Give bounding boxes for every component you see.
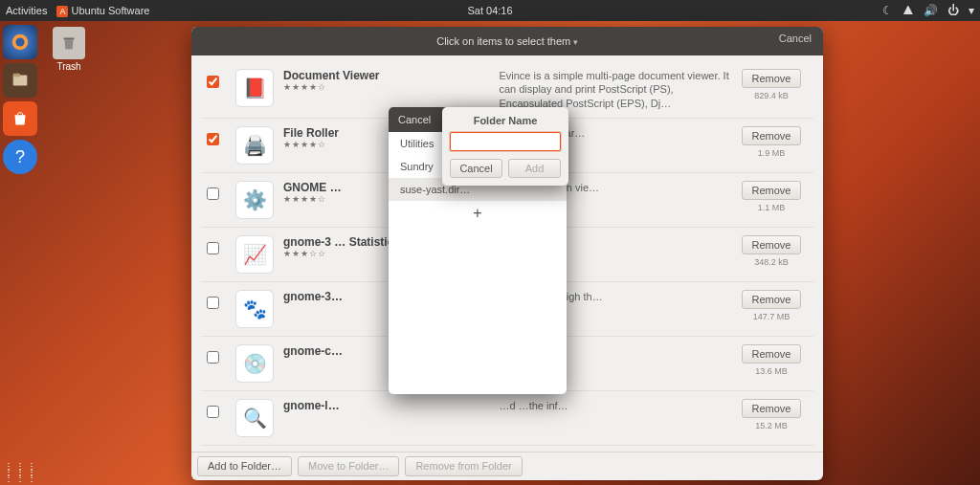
- app-icon: 🔍: [235, 399, 274, 437]
- app-icon: 🖨️: [235, 126, 274, 165]
- ubuntu-software-launcher[interactable]: [3, 101, 37, 136]
- app-icon: ⚙️: [235, 181, 274, 219]
- firefox-launcher[interactable]: [3, 25, 37, 59]
- remove-button[interactable]: Remove: [742, 235, 802, 254]
- add-to-folder-button[interactable]: Add to Folder…: [197, 456, 292, 476]
- popover-title: Folder Name: [450, 115, 561, 126]
- system-menu-chevron-icon[interactable]: ▾: [969, 4, 974, 17]
- app-size: 15.2 MB: [735, 421, 808, 430]
- remove-button[interactable]: Remove: [742, 126, 802, 145]
- remove-button[interactable]: Remove: [742, 181, 802, 200]
- remove-from-folder-button[interactable]: Remove from Folder: [405, 456, 522, 476]
- row-checkbox[interactable]: [207, 133, 219, 145]
- folder-add-button[interactable]: +: [389, 201, 567, 226]
- app-icon: 📈: [235, 235, 274, 274]
- trash-label: Trash: [56, 61, 80, 72]
- app-icon: 💿: [235, 344, 274, 383]
- move-to-folder-button[interactable]: Move to Folder…: [298, 456, 399, 476]
- app-icon: 📕: [235, 69, 274, 107]
- activities-button[interactable]: Activities: [6, 5, 47, 16]
- clock[interactable]: Sat 04:16: [467, 5, 512, 16]
- row-checkbox[interactable]: [207, 76, 219, 88]
- app-name: gnome-l…: [283, 399, 479, 412]
- row-checkbox[interactable]: [207, 242, 219, 254]
- files-icon: [10, 70, 31, 91]
- app-size: 1.1 MB: [735, 203, 808, 212]
- dock: ?: [0, 21, 40, 485]
- app-row: 🔍gnome-l……d …the inf…Remove15.2 MB: [201, 391, 813, 446]
- folder-name-popover: Folder Name Cancel Add: [442, 107, 568, 186]
- firefox-icon: [10, 32, 31, 53]
- folder-dialog-cancel[interactable]: Cancel: [398, 114, 431, 125]
- row-checkbox[interactable]: [207, 187, 219, 200]
- network-icon[interactable]: ⯅: [902, 4, 914, 17]
- top-bar: Activities A Ubuntu Software Sat 04:16 ☾…: [0, 0, 980, 21]
- power-icon[interactable]: ⏻: [947, 4, 959, 17]
- row-checkbox[interactable]: [207, 406, 219, 418]
- app-icon: 🐾: [235, 290, 274, 328]
- svg-rect-3: [13, 74, 20, 77]
- popover-cancel-button[interactable]: Cancel: [450, 159, 502, 178]
- app-menu[interactable]: A Ubuntu Software: [56, 5, 149, 16]
- app-size: 147.7 MB: [735, 312, 808, 321]
- show-applications-button[interactable]: ⋮⋮⋮⋮⋮⋮⋮⋮⋮: [4, 464, 38, 481]
- header-cancel-button[interactable]: Cancel: [779, 33, 812, 44]
- remove-button[interactable]: Remove: [742, 344, 802, 364]
- help-launcher[interactable]: ?: [3, 140, 37, 174]
- desktop-trash[interactable]: Trash: [50, 27, 88, 72]
- remove-button[interactable]: Remove: [742, 399, 802, 418]
- remove-button[interactable]: Remove: [742, 290, 802, 309]
- ubuntu-software-icon: A: [56, 6, 68, 17]
- bottom-toolbar: Add to Folder… Move to Folder… Remove fr…: [191, 452, 823, 480]
- app-description: …d …the inf…: [499, 399, 735, 412]
- app-size: 348.2 kB: [735, 257, 808, 267]
- row-checkbox[interactable]: [207, 297, 219, 309]
- app-size: 829.4 kB: [735, 91, 808, 100]
- night-icon[interactable]: ☾: [882, 4, 893, 17]
- files-launcher[interactable]: [3, 63, 37, 98]
- trash-icon: [53, 27, 85, 59]
- selection-hint[interactable]: Click on items to select them: [436, 35, 578, 47]
- app-size: 13.6 MB: [735, 366, 808, 376]
- remove-button[interactable]: Remove: [742, 69, 802, 88]
- popover-add-button[interactable]: Add: [508, 159, 561, 178]
- app-description: Evince is a simple multi-page document v…: [499, 69, 735, 110]
- svg-rect-4: [64, 38, 75, 40]
- app-rating: ★★★★☆: [283, 82, 479, 92]
- row-checkbox[interactable]: [207, 351, 219, 364]
- app-name: Document Viewer: [283, 69, 479, 82]
- window-header: Click on items to select them Cancel: [191, 27, 823, 55]
- svg-point-1: [15, 37, 24, 46]
- folder-name-input[interactable]: [450, 132, 561, 151]
- volume-icon[interactable]: 🔊: [924, 4, 938, 17]
- shopping-bag-icon: [10, 108, 31, 129]
- app-size: 1.9 MB: [735, 148, 808, 158]
- app-menu-label: Ubuntu Software: [71, 5, 149, 16]
